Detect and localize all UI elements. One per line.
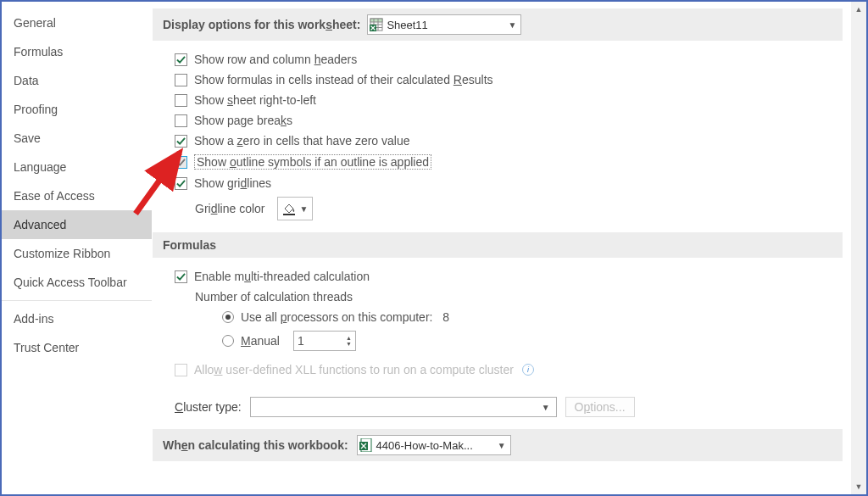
paint-bucket-icon [281, 201, 297, 216]
scroll-down-button[interactable]: ▼ [851, 479, 866, 494]
sidebar-item-ease-of-access[interactable]: Ease of Access [2, 181, 152, 210]
option-show-outline-symbols[interactable]: Show outline symbols if an outline is ap… [175, 151, 832, 173]
checkbox[interactable] [175, 53, 187, 66]
manual-thread-count-input[interactable]: 1 ▲▼ [293, 331, 356, 351]
option-allow-xll-cluster: Allow user-defined XLL functions to run … [175, 354, 832, 380]
excel-options-dialog: General Formulas Data Proofing Save Lang… [0, 0, 868, 496]
checkbox[interactable] [175, 156, 187, 169]
sidebar-item-proofing[interactable]: Proofing [2, 95, 152, 124]
checkbox [175, 364, 187, 376]
scroll-up-button[interactable]: ▲ [851, 2, 866, 17]
checkbox[interactable] [175, 270, 187, 283]
formulas-section-header: Formulas [153, 232, 843, 258]
svg-rect-7 [283, 214, 295, 215]
chevron-down-icon: ▼ [495, 441, 509, 450]
sidebar-item-formulas[interactable]: Formulas [2, 37, 152, 66]
cluster-type-dropdown[interactable]: ▼ [250, 397, 557, 417]
info-icon[interactable]: i [522, 364, 534, 376]
radio[interactable] [222, 311, 234, 323]
option-show-headers[interactable]: Show row and column headers [175, 49, 832, 70]
chevron-down-icon: ▼ [539, 403, 553, 412]
option-page-breaks[interactable]: Show page breaks [175, 110, 832, 131]
sidebar-item-add-ins[interactable]: Add-ins [2, 304, 152, 333]
vertical-scrollbar[interactable]: ▲ ▼ [851, 2, 866, 494]
formulas-options-list: Enable multi-threaded calculation Number… [153, 258, 843, 388]
workbook-calc-header: When calculating this workbook: 4406-How… [153, 429, 843, 461]
display-options-list: Show row and column headers Show formula… [153, 41, 843, 232]
option-show-zero[interactable]: Show a zero in cells that have zero valu… [175, 131, 832, 151]
chevron-down-icon: ▼ [300, 204, 309, 214]
cluster-options-button: Options... [565, 397, 635, 417]
workbook-selector-dropdown[interactable]: 4406-How-to-Mak... ▼ [357, 435, 511, 455]
radio[interactable] [222, 335, 234, 347]
checkbox[interactable] [175, 135, 187, 148]
gridline-color-row: Gridline color ▼ [175, 193, 832, 224]
option-show-gridlines[interactable]: Show gridlines [175, 173, 832, 193]
sidebar-item-customize-ribbon[interactable]: Customize Ribbon [2, 239, 152, 268]
gridline-color-picker[interactable]: ▼ [277, 197, 313, 220]
sidebar-item-advanced[interactable]: Advanced [2, 210, 152, 239]
options-sidebar: General Formulas Data Proofing Save Lang… [2, 2, 153, 494]
sidebar-item-trust-center[interactable]: Trust Center [2, 333, 152, 362]
checkbox[interactable] [175, 114, 187, 127]
svg-rect-1 [370, 19, 382, 22]
option-show-formulas[interactable]: Show formulas in cells instead of their … [175, 70, 832, 90]
checkbox[interactable] [175, 177, 187, 190]
worksheet-name: Sheet11 [387, 19, 505, 31]
worksheet-icon [370, 18, 383, 31]
sidebar-item-language[interactable]: Language [2, 153, 152, 181]
option-use-all-processors[interactable]: Use all processors on this computer: 8 [175, 307, 832, 327]
sidebar-item-save[interactable]: Save [2, 124, 152, 153]
sidebar-item-data[interactable]: Data [2, 66, 152, 95]
sidebar-item-general[interactable]: General [2, 8, 152, 37]
worksheet-selector-dropdown[interactable]: Sheet11 ▼ [367, 14, 521, 35]
spinner-buttons[interactable]: ▲▼ [346, 335, 352, 347]
chevron-down-icon: ▼ [505, 20, 519, 30]
options-content: Display options for this worksheet: Shee… [153, 2, 866, 494]
processor-count: 8 [442, 310, 449, 324]
option-sheet-rtl[interactable]: Show sheet right-to-left [175, 90, 832, 110]
threads-label-row: Number of calculation threads [175, 287, 832, 307]
cluster-type-row: Cluster type: ▼ Options... [153, 388, 843, 429]
sidebar-divider [2, 300, 152, 301]
option-manual-threads[interactable]: Manual 1 ▲▼ [175, 327, 832, 354]
checkbox[interactable] [175, 74, 187, 86]
checkbox[interactable] [175, 94, 187, 107]
excel-file-icon [359, 438, 373, 452]
sidebar-item-quick-access-toolbar[interactable]: Quick Access Toolbar [2, 268, 152, 297]
option-enable-multithreaded[interactable]: Enable multi-threaded calculation [175, 266, 832, 287]
display-options-header: Display options for this worksheet: Shee… [153, 8, 843, 41]
workbook-name: 4406-How-to-Mak... [376, 439, 495, 452]
